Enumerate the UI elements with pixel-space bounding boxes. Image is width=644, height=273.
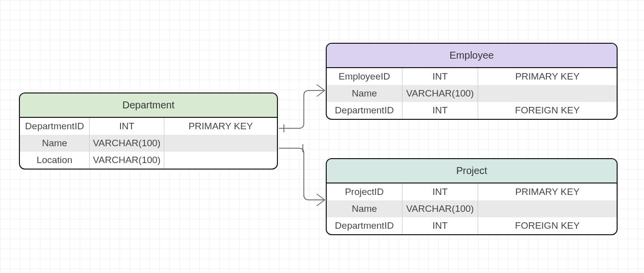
col-name: DepartmentID [327,102,402,119]
col-key: FOREIGN KEY [478,102,617,119]
entity-project[interactable]: Project ProjectID INT PRIMARY KEY Name V… [326,158,618,235]
col-type: VARCHAR(100) [90,152,164,169]
table-row: Name VARCHAR(100) [327,200,617,217]
entity-project-title: Project [327,159,617,183]
col-type: VARCHAR(100) [402,85,478,102]
col-key: PRIMARY KEY [478,68,617,85]
entity-department[interactable]: Department DepartmentID INT PRIMARY KEY … [19,92,278,170]
col-type: INT [402,102,478,119]
entity-employee-title: Employee [327,44,617,68]
entity-project-rows: ProjectID INT PRIMARY KEY Name VARCHAR(1… [327,183,617,234]
col-type: VARCHAR(100) [90,135,164,152]
col-name: ProjectID [327,183,402,200]
table-row: Name VARCHAR(100) [327,85,617,102]
col-type: VARCHAR(100) [402,200,478,217]
col-type: INT [402,183,478,200]
table-row: DepartmentID INT FOREIGN KEY [327,102,617,119]
table-row: EmployeeID INT PRIMARY KEY [327,68,617,85]
entity-employee[interactable]: Employee EmployeeID INT PRIMARY KEY Name… [326,43,618,120]
entity-employee-rows: EmployeeID INT PRIMARY KEY Name VARCHAR(… [327,68,617,119]
col-name: Location [20,152,90,169]
entity-department-title: Department [20,93,277,118]
col-name: Name [20,135,90,152]
col-type: INT [402,217,478,234]
table-row: ProjectID INT PRIMARY KEY [327,183,617,200]
col-name: Name [327,200,402,217]
col-key [478,200,617,217]
table-row: DepartmentID INT PRIMARY KEY [20,118,277,135]
col-key [478,85,617,102]
col-key: PRIMARY KEY [478,183,617,200]
col-key: PRIMARY KEY [164,118,277,135]
entity-department-rows: DepartmentID INT PRIMARY KEY Name VARCHA… [20,118,277,169]
table-row: DepartmentID INT FOREIGN KEY [327,217,617,234]
diagram-canvas[interactable]: Department DepartmentID INT PRIMARY KEY … [0,0,644,273]
col-name: Name [327,85,402,102]
col-type: INT [90,118,164,135]
col-key [164,135,277,152]
col-key [164,152,277,169]
col-name: DepartmentID [20,118,90,135]
col-key: FOREIGN KEY [478,217,617,234]
table-row: Location VARCHAR(100) [20,152,277,169]
col-type: INT [402,68,478,85]
col-name: DepartmentID [327,217,402,234]
table-row: Name VARCHAR(100) [20,135,277,152]
col-name: EmployeeID [327,68,402,85]
